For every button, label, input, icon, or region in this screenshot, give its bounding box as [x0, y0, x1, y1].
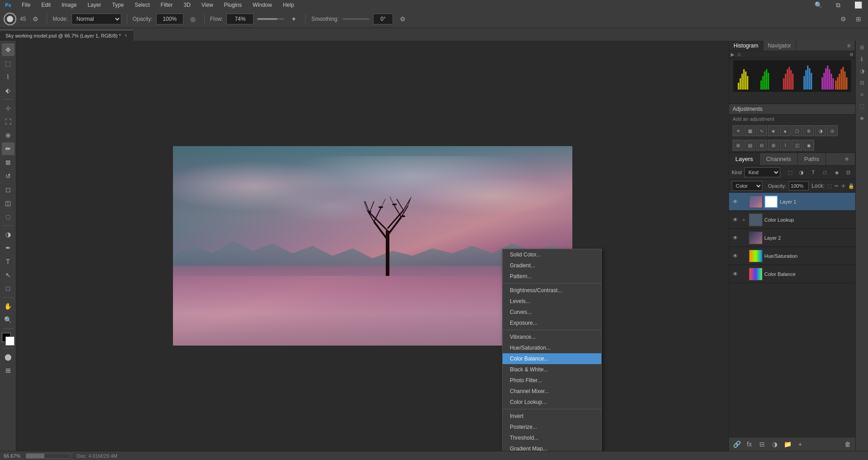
- menu-3d[interactable]: 3D: [182, 1, 192, 9]
- search-btn[interactable]: 🔍: [812, 0, 825, 11]
- background-color[interactable]: [5, 337, 14, 346]
- layer-chevron-icon[interactable]: ▸: [741, 217, 747, 222]
- ctx-levels[interactable]: Levels...: [503, 296, 601, 307]
- brush-preview[interactable]: [4, 13, 16, 25]
- menu-plugins[interactable]: Plugins: [222, 1, 244, 9]
- ctx-color-balance[interactable]: Color Balance...: [503, 353, 601, 364]
- tab-paths[interactable]: Paths: [798, 153, 826, 165]
- ctx-invert[interactable]: Invert: [503, 411, 601, 422]
- adj-selective-color-icon[interactable]: ◉: [803, 140, 814, 151]
- properties-panel-btn[interactable]: ≡: [857, 90, 867, 100]
- layer-visibility-icon[interactable]: 👁: [732, 235, 739, 241]
- stamp-tool[interactable]: ⊠: [2, 156, 14, 169]
- filter-adj-btn[interactable]: ◑: [797, 168, 806, 177]
- active-tab[interactable]: Sky working model.psd @ 66.7% (Layer 1, …: [0, 30, 133, 41]
- adj-gradient-map-icon[interactable]: ◫: [791, 140, 802, 151]
- delete-layer-btn[interactable]: 🗑: [843, 439, 853, 449]
- adj-huesat-icon[interactable]: ⬡: [791, 125, 802, 136]
- blur-tool[interactable]: ◌: [2, 210, 14, 223]
- mode-dropdown[interactable]: Normal Multiply Screen Overlay: [72, 14, 121, 24]
- path-select-tool[interactable]: ↖: [2, 269, 14, 281]
- hist-settings-icon[interactable]: ⚙: [849, 52, 854, 57]
- tab-close-btn[interactable]: ×: [125, 33, 127, 38]
- menu-file[interactable]: File: [20, 1, 32, 9]
- layer-visibility-icon[interactable]: 👁: [732, 217, 739, 223]
- adj-curves-icon[interactable]: ∿: [756, 125, 767, 136]
- layer-visibility-icon[interactable]: 👁: [732, 271, 739, 277]
- spot-heal-tool[interactable]: ⊕: [2, 129, 14, 142]
- eyedropper-tool[interactable]: ⛶: [2, 115, 14, 128]
- ctx-posterize[interactable]: Posterize...: [503, 422, 601, 432]
- ctx-photo-filter[interactable]: Photo Filter...: [503, 375, 601, 386]
- zoom-slider[interactable]: [26, 453, 71, 459]
- lock-all-icon[interactable]: 🔒: [848, 183, 854, 189]
- menu-layer[interactable]: Layer: [86, 1, 103, 9]
- histogram-panel-btn[interactable]: ⊞: [857, 43, 867, 52]
- ctx-exposure[interactable]: Exposure...: [503, 318, 601, 328]
- tab-layers[interactable]: Layers: [729, 153, 760, 165]
- brush-tool[interactable]: ✏: [2, 142, 14, 155]
- add-style-btn[interactable]: fx: [744, 439, 754, 449]
- adj-vibrance-icon[interactable]: ▲: [780, 125, 791, 136]
- arrange-btn[interactable]: ⧉: [832, 0, 844, 11]
- ctx-color-lookup[interactable]: Color Lookup...: [503, 397, 601, 408]
- adj-invert-icon[interactable]: ⊟: [756, 140, 767, 151]
- opacity-icon[interactable]: ◎: [187, 13, 199, 25]
- filter-text-btn[interactable]: T: [809, 168, 818, 177]
- adj-threshold-icon[interactable]: ⌇: [780, 140, 791, 151]
- lock-transparent-icon[interactable]: ⬚: [827, 183, 832, 189]
- ctx-pattern[interactable]: Pattern...: [503, 271, 601, 282]
- smoothing-settings-icon[interactable]: ⚙: [397, 13, 408, 25]
- layer-visibility-icon[interactable]: 👁: [732, 199, 739, 205]
- info-panel-btn[interactable]: ℹ: [857, 54, 867, 64]
- ctx-gradient-map[interactable]: Gradient Map...: [503, 443, 601, 451]
- adj-color-lookup-icon[interactable]: ▤: [744, 140, 755, 151]
- blend-mode-dropdown[interactable]: Color Normal Multiply: [732, 181, 762, 191]
- marquee-tool[interactable]: ⬚: [2, 57, 14, 70]
- tab-channels[interactable]: Channels: [760, 153, 798, 165]
- flow-input[interactable]: [226, 14, 254, 24]
- adj-brightness-icon[interactable]: ☀: [733, 125, 743, 136]
- layer-row[interactable]: 👁 Layer 1: [729, 193, 855, 211]
- adj-posterize-icon[interactable]: ⊞: [768, 140, 779, 151]
- pen-tool[interactable]: ✒: [2, 242, 14, 254]
- flow-slider[interactable]: [257, 18, 284, 20]
- adjustments-panel-btn[interactable]: ◑: [857, 66, 867, 76]
- maximize-btn[interactable]: ⬜: [852, 0, 864, 11]
- menu-type[interactable]: Type: [110, 1, 125, 9]
- ctx-solid-color[interactable]: Solid Color...: [503, 249, 601, 260]
- ctx-gradient[interactable]: Gradient...: [503, 260, 601, 271]
- ctx-brightness[interactable]: Brightness/Contrast...: [503, 285, 601, 296]
- adj-colorbal-icon[interactable]: ⊕: [803, 125, 814, 136]
- layer-row[interactable]: 👁 Color Balance: [729, 265, 855, 283]
- text-tool[interactable]: T: [2, 255, 14, 268]
- zoom-tool[interactable]: 🔍: [2, 313, 14, 326]
- move-tool[interactable]: ✥: [2, 43, 14, 56]
- filter-pixel-btn[interactable]: ⬚: [786, 168, 795, 177]
- ctx-curves[interactable]: Curves...: [503, 307, 601, 318]
- eraser-tool[interactable]: ◻: [2, 183, 14, 196]
- smoothing-slider[interactable]: [342, 18, 369, 20]
- menu-filter[interactable]: Filter: [159, 1, 175, 9]
- layers-panel-btn[interactable]: ⬚: [857, 101, 867, 111]
- layer-row[interactable]: 👁 Layer 2: [729, 229, 855, 247]
- opacity-input[interactable]: [156, 14, 183, 24]
- adj-photo-filter-icon[interactable]: ◎: [827, 125, 838, 136]
- ctx-hue-sat[interactable]: Hue/Saturation...: [503, 342, 601, 353]
- filter-shape-btn[interactable]: □: [820, 168, 830, 177]
- filter-toggle-btn[interactable]: ⊡: [844, 168, 853, 177]
- add-mask-btn[interactable]: ⊟: [757, 439, 767, 449]
- tab-histogram[interactable]: Histogram: [729, 41, 763, 51]
- shape-tool[interactable]: □: [2, 282, 14, 295]
- layers-options-btn[interactable]: ≡: [839, 153, 855, 165]
- menu-view[interactable]: View: [200, 1, 215, 9]
- ctx-threshold[interactable]: Threshold...: [503, 432, 601, 443]
- hist-warn-icon[interactable]: ⚠: [737, 52, 741, 57]
- hand-tool[interactable]: ✋: [2, 300, 14, 313]
- extra-settings-icon[interactable]: ⚙: [837, 13, 849, 25]
- ctx-channel-mixer[interactable]: Channel Mixer...: [503, 386, 601, 397]
- color-swatches[interactable]: [2, 333, 14, 346]
- layer-opacity-input[interactable]: [789, 181, 809, 190]
- lasso-tool[interactable]: ⌇: [2, 71, 14, 83]
- screen-mode-btn[interactable]: ⊞: [2, 364, 14, 377]
